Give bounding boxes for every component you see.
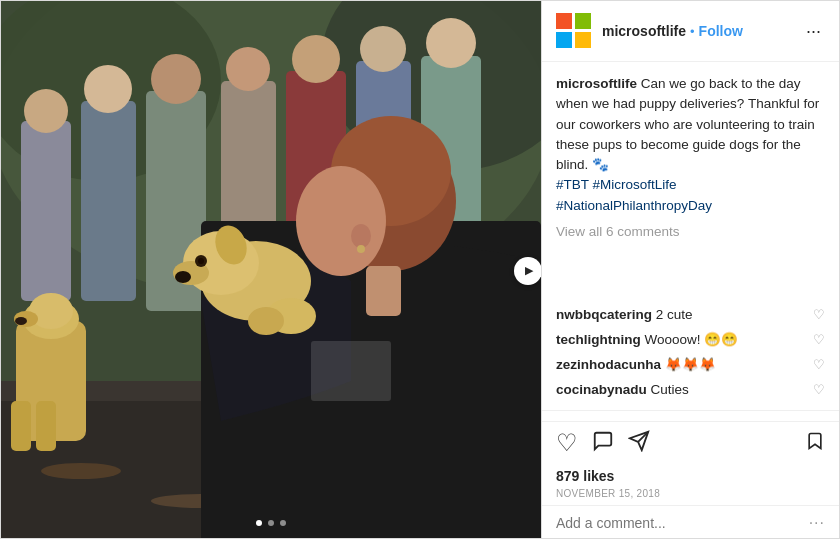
svg-rect-8 [21, 121, 71, 301]
verified-icon: • [690, 24, 695, 39]
comment-username[interactable]: cocinabynadu [556, 382, 647, 397]
caption-body: Can we go back to the day when we had pu… [556, 76, 819, 213]
like-comment-button[interactable]: ♡ [813, 306, 825, 324]
comment-content: zezinhodacunha 🦊🦊🦊 [556, 356, 805, 375]
svg-point-28 [15, 317, 27, 325]
view-all-comments[interactable]: View all 6 comments [556, 224, 825, 239]
follow-button[interactable]: Follow [699, 23, 743, 39]
comment-content: cocinabynadu Cuties [556, 381, 805, 400]
action-bar: ♡ [542, 421, 839, 462]
ms-green-square [575, 13, 591, 29]
svg-point-13 [151, 54, 201, 104]
like-button[interactable]: ♡ [556, 431, 578, 455]
nav-dot-2[interactable] [268, 520, 274, 526]
more-options-button[interactable]: ··· [802, 21, 825, 42]
comment-item: techlightning Woooow! 😁😁 ♡ [556, 331, 825, 350]
post-header: microsoftlife • Follow ··· [542, 1, 839, 62]
svg-point-19 [360, 26, 406, 72]
comment-username[interactable]: nwbbqcatering [556, 307, 652, 322]
svg-rect-45 [366, 266, 401, 316]
like-comment-button[interactable]: ♡ [813, 356, 825, 374]
comment-text: 2 cute [656, 307, 693, 322]
svg-point-11 [84, 65, 132, 113]
svg-rect-10 [81, 101, 136, 301]
svg-point-43 [248, 307, 284, 335]
comment-item: zezinhodacunha 🦊🦊🦊 ♡ [556, 356, 825, 375]
ms-yellow-square [575, 32, 591, 48]
divider [542, 410, 839, 411]
photo-panel: ▶ [1, 1, 541, 539]
comment-content: nwbbqcatering 2 cute [556, 306, 805, 325]
navigation-dots [256, 520, 286, 526]
account-username[interactable]: microsoftlife [602, 23, 686, 39]
comment-content: techlightning Woooow! 😁😁 [556, 331, 805, 350]
next-photo-button[interactable]: ▶ [514, 257, 541, 285]
like-comment-button[interactable]: ♡ [813, 381, 825, 399]
svg-point-40 [198, 258, 204, 264]
caption-text: microsoftlife Can we go back to the day … [556, 74, 825, 216]
caption-area: microsoftlife Can we go back to the day … [542, 62, 839, 306]
svg-rect-44 [311, 341, 391, 401]
like-comment-button[interactable]: ♡ [813, 331, 825, 349]
header-user-info: microsoftlife • Follow [602, 23, 792, 39]
action-icons: ♡ [556, 430, 825, 456]
ms-red-square [556, 13, 572, 29]
comment-item: nwbbqcatering 2 cute ♡ [556, 306, 825, 325]
comment-text: Cuties [651, 382, 689, 397]
post-date: NOVEMBER 15, 2018 [542, 486, 839, 505]
emoji-button[interactable]: ··· [809, 514, 825, 532]
likes-count: 879 likes [542, 462, 839, 486]
ms-blue-square [556, 32, 572, 48]
comment-username[interactable]: techlightning [556, 332, 641, 347]
svg-point-32 [296, 166, 386, 276]
info-panel: microsoftlife • Follow ··· microsoftlife… [541, 1, 839, 539]
svg-rect-24 [11, 401, 31, 451]
svg-rect-25 [36, 401, 56, 451]
caption-username[interactable]: microsoftlife [556, 76, 637, 91]
comment-username[interactable]: zezinhodacunha [556, 357, 661, 372]
svg-point-21 [426, 18, 476, 68]
comment-button[interactable] [592, 430, 614, 456]
share-button[interactable] [628, 430, 650, 456]
add-comment-input[interactable] [556, 515, 799, 531]
svg-point-6 [41, 463, 121, 479]
nav-dot-3[interactable] [280, 520, 286, 526]
bookmark-button[interactable] [805, 430, 825, 456]
svg-point-34 [357, 245, 365, 253]
svg-point-17 [292, 35, 340, 83]
comment-text: Woooow! 😁😁 [645, 332, 739, 347]
svg-point-15 [226, 47, 270, 91]
comments-list: nwbbqcatering 2 cute ♡ techlightning Woo… [542, 306, 839, 400]
add-comment-bar: ··· [542, 505, 839, 539]
svg-point-9 [24, 89, 68, 133]
comment-item: cocinabynadu Cuties ♡ [556, 381, 825, 400]
comment-text: 🦊🦊🦊 [665, 357, 716, 372]
microsoft-logo [556, 13, 592, 49]
svg-point-38 [175, 271, 191, 283]
nav-dot-1[interactable] [256, 520, 262, 526]
svg-point-33 [351, 224, 371, 248]
